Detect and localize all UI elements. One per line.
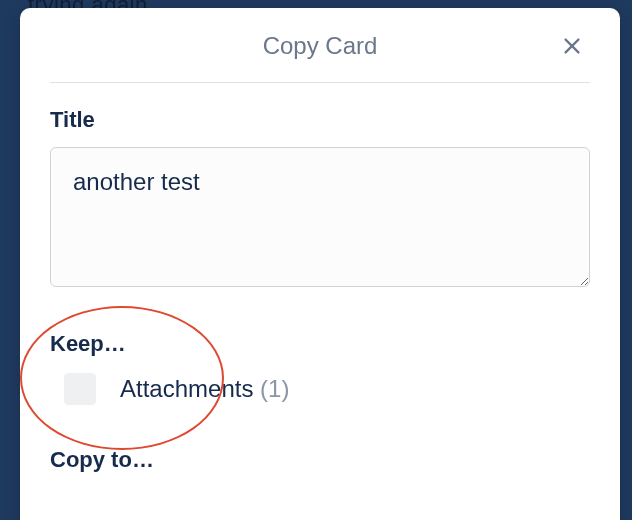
copy-to-label: Copy to… <box>50 447 590 473</box>
copy-card-modal: Copy Card Title Keep… Attachments (1) Co… <box>20 8 620 520</box>
title-input[interactable] <box>50 147 590 287</box>
close-icon <box>561 35 583 57</box>
attachments-text: Attachments <box>120 375 260 402</box>
modal-title: Copy Card <box>263 32 378 60</box>
title-label: Title <box>50 107 590 133</box>
modal-header: Copy Card <box>50 32 590 83</box>
attachments-label: Attachments (1) <box>120 375 289 403</box>
attachments-checkbox[interactable] <box>64 373 96 405</box>
close-button[interactable] <box>558 32 586 60</box>
attachments-row: Attachments (1) <box>64 373 590 405</box>
attachments-count: (1) <box>260 375 289 402</box>
keep-label: Keep… <box>50 331 590 357</box>
